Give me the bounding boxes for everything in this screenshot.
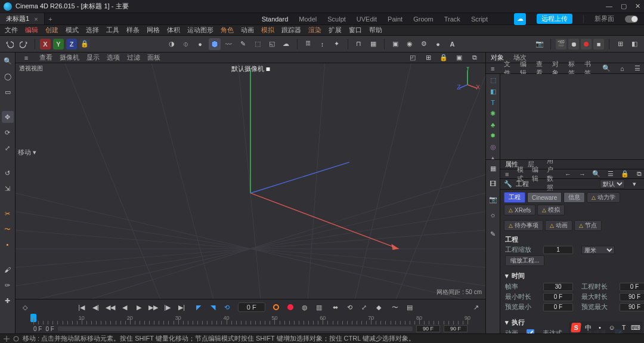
menu-16[interactable]: 窗口: [349, 26, 362, 35]
cube-icon[interactable]: ◧: [487, 88, 499, 95]
viewmenu-4[interactable]: 过滤: [127, 53, 140, 62]
layout-model[interactable]: Model: [299, 16, 317, 23]
key-options-icon[interactable]: ▥: [313, 301, 325, 313]
menu-3[interactable]: 模式: [66, 26, 79, 35]
objmenu-icon-1[interactable]: ⌂: [616, 63, 628, 75]
dur-input[interactable]: [620, 283, 644, 291]
obj-menu-icon[interactable]: ≡: [491, 63, 494, 75]
cloner-icon[interactable]: ✺: [487, 110, 499, 118]
layout-sculpt[interactable]: Sculpt: [327, 16, 346, 23]
scale-input[interactable]: [543, 246, 573, 254]
pmin-input[interactable]: [543, 303, 573, 311]
placement-tool-icon[interactable]: ⇲: [2, 183, 14, 194]
object-tree[interactable]: [500, 74, 644, 159]
brush-icon[interactable]: 🖌: [2, 264, 14, 276]
redo-icon[interactable]: [18, 38, 30, 50]
heal-icon[interactable]: ✚: [2, 295, 14, 307]
subdiv-icon[interactable]: ◱: [266, 38, 278, 50]
edit-mode-icon[interactable]: ✎: [487, 228, 499, 240]
new-ui-toggle[interactable]: [625, 16, 638, 23]
cube-primitive-icon[interactable]: [209, 38, 221, 50]
null-icon[interactable]: ⬚: [487, 76, 499, 84]
viewport-opt-icon-1[interactable]: ⊞: [422, 52, 434, 64]
undo-icon[interactable]: [4, 38, 16, 50]
viewmenu-1[interactable]: 摄像机: [60, 53, 79, 62]
menu-7[interactable]: 网格: [147, 26, 160, 35]
loop-end-icon[interactable]: ◥: [207, 301, 219, 313]
rec-tape-icon[interactable]: ⏺: [568, 39, 579, 50]
menu-11[interactable]: 动画: [241, 26, 254, 35]
prev-key-icon[interactable]: ◀|: [90, 301, 102, 313]
extrude-icon[interactable]: ⬚: [252, 38, 264, 50]
range-bar[interactable]: [58, 326, 413, 331]
sphere-black-icon[interactable]: ●: [432, 38, 444, 50]
tab-objects[interactable]: 对象: [491, 53, 504, 62]
attr-cat-节点[interactable]: △节点: [574, 220, 602, 231]
ball-icon[interactable]: ●: [194, 38, 206, 50]
next-key-icon[interactable]: |▶: [162, 301, 174, 313]
workplane-icon[interactable]: ▦: [367, 38, 379, 50]
viewport-opt-icon-0[interactable]: ◰: [407, 52, 419, 64]
render-icon[interactable]: ◉: [404, 38, 416, 50]
field-icon[interactable]: ✦: [331, 38, 343, 50]
ime-icon-3[interactable]: ☺: [607, 323, 617, 332]
loop-icon[interactable]: ⟲: [221, 301, 233, 313]
play-back-icon[interactable]: ◀: [119, 301, 131, 313]
menu-13[interactable]: 跟踪器: [281, 26, 301, 35]
menu-15[interactable]: 扩展: [329, 26, 342, 35]
axis-y-button[interactable]: Y: [53, 39, 64, 50]
attr-title-dd-icon[interactable]: ▾: [628, 178, 640, 190]
ime-icon-5[interactable]: ⌨: [631, 323, 640, 332]
attr-cat-模拟[interactable]: △模拟: [537, 205, 565, 215]
menu-0[interactable]: 文件: [5, 26, 18, 35]
prev-frame-icon[interactable]: ◀◀: [104, 301, 116, 313]
key-rot-icon[interactable]: ⟲: [344, 301, 356, 313]
keyframe-record-icon[interactable]: [284, 301, 296, 313]
attr-menu-icon[interactable]: ≡: [505, 168, 509, 180]
menu-9[interactable]: 运动图形: [187, 26, 213, 35]
range-end2-input[interactable]: [444, 325, 467, 332]
attr-tab-props[interactable]: 属性: [505, 160, 518, 169]
rotate-tool-icon[interactable]: ⟳: [2, 126, 14, 138]
cloud-icon[interactable]: ☁: [514, 13, 526, 25]
layout-script[interactable]: Script: [471, 16, 488, 23]
live-select-icon[interactable]: ◯: [2, 70, 14, 82]
attr-cat-动画[interactable]: △动画: [545, 220, 572, 231]
attr-cat-动力学[interactable]: △动力学: [587, 192, 620, 203]
layout-uvedit[interactable]: UVEdit: [357, 16, 377, 23]
ime-icon-0[interactable]: S: [571, 323, 581, 332]
rect-select-icon[interactable]: ▭: [2, 86, 14, 98]
light-tool-icon[interactable]: ◎: [487, 143, 499, 151]
effector-icon[interactable]: ♣: [487, 121, 499, 128]
menu-5[interactable]: 工具: [106, 26, 119, 35]
autokey-icon[interactable]: [270, 301, 282, 313]
menu-1[interactable]: 编辑: [25, 26, 38, 35]
text-icon[interactable]: T: [487, 99, 499, 106]
recent-tool-icon[interactable]: ↺: [2, 167, 14, 179]
viewmenu-2[interactable]: 显示: [86, 53, 100, 62]
key-pla-icon[interactable]: ◆: [373, 301, 385, 313]
section-caret-icon[interactable]: ▾: [505, 319, 509, 326]
section-caret-icon[interactable]: ▾: [505, 272, 509, 280]
key-scale-icon[interactable]: ⤢: [358, 301, 370, 313]
menu-4[interactable]: 选择: [86, 26, 99, 35]
pmax-input[interactable]: [620, 303, 644, 311]
volume-icon[interactable]: ☁: [280, 38, 292, 50]
max-input[interactable]: [620, 293, 644, 301]
menu-8[interactable]: 体积: [167, 26, 180, 35]
attr-light-icon[interactable]: ☼: [487, 209, 499, 221]
layout-groom[interactable]: Groom: [413, 16, 434, 23]
timeline-expand-icon[interactable]: ↗: [470, 301, 482, 313]
knife-icon[interactable]: ✂: [2, 208, 14, 220]
mini-axis-gizmo[interactable]: Y X Z: [456, 67, 479, 91]
axis-z-button[interactable]: Z: [66, 39, 77, 50]
minimize-button[interactable]: —: [606, 2, 612, 10]
ime-icon-2[interactable]: •: [595, 323, 605, 332]
grid-icon[interactable]: 𝄜: [302, 38, 314, 50]
document-tab[interactable]: 未标题1 ×: [0, 13, 45, 24]
menu-10[interactable]: 角色: [221, 26, 234, 35]
maximize-button[interactable]: ▢: [621, 2, 627, 10]
sphere-wire-icon[interactable]: ⦶: [180, 38, 192, 50]
menu-6[interactable]: 样条: [126, 26, 140, 35]
render-settings-icon[interactable]: ⚙: [418, 38, 430, 50]
